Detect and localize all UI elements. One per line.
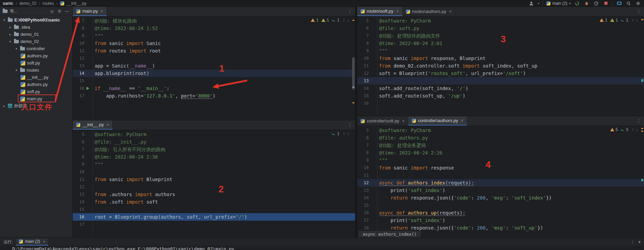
code-line[interactable]: 13 bbox=[357, 77, 644, 85]
chevron-down-icon[interactable]: ▾ bbox=[2, 18, 6, 22]
code-line[interactable]: 16root = Blueprint.group(authors, soft, … bbox=[73, 213, 355, 221]
tool-settings-icon[interactable]: ⚙ bbox=[57, 9, 62, 14]
chevron-right-icon[interactable]: ▸ bbox=[2, 104, 6, 108]
code-line[interactable]: 14from .soft import soft bbox=[73, 198, 355, 206]
code-line[interactable]: 17 print('soft_index') bbox=[357, 217, 644, 224]
scrollbar[interactable] bbox=[352, 16, 355, 120]
code-line[interactable]: 5@software: PyCharm bbox=[357, 127, 644, 134]
code-editor-routes-soft[interactable]: 5@software: PyCharm6@file: soft.py7@功能: … bbox=[357, 17, 644, 107]
prev-problem-icon[interactable]: ↑ bbox=[343, 18, 345, 23]
next-problem-icon[interactable]: ↓ bbox=[347, 18, 349, 23]
run-tab-main[interactable]: main (2) × bbox=[16, 238, 48, 246]
code-line[interactable]: 15 bbox=[357, 202, 644, 209]
code-line[interactable]: 10from sanic import Sanic bbox=[73, 40, 355, 47]
chevron-down-icon[interactable]: ▾ bbox=[14, 47, 18, 50]
scrollbar[interactable] bbox=[641, 16, 644, 116]
inspections-widget[interactable]: 1 1 1 ↑ ↓ bbox=[600, 18, 638, 23]
chevron-down-icon[interactable]: ▾ bbox=[14, 68, 18, 72]
code-line[interactable]: 12 bbox=[73, 55, 355, 62]
code-line[interactable]: 17 app.run(host='127.0.0.1', port='8000'… bbox=[73, 92, 355, 100]
search-everywhere-button[interactable] bbox=[626, 0, 632, 6]
tree-item-controller-authors-py[interactable]: authors.py bbox=[0, 52, 72, 59]
code-line[interactable]: 8@time: 2022-08-24 2:01 bbox=[357, 40, 644, 47]
breadcrumb-folder[interactable]: routes bbox=[43, 1, 54, 6]
chevron-down-icon[interactable]: ▾ bbox=[538, 2, 540, 5]
code-line[interactable]: 11 bbox=[357, 172, 644, 179]
code-line[interactable]: 9""" bbox=[73, 161, 355, 168]
code-line[interactable]: 14 return response.json({'code': 200, 'm… bbox=[357, 194, 644, 202]
code-area-controller-authors[interactable]: 5@software: PyCharm6@file: authors.py7@功… bbox=[357, 126, 644, 237]
breadcrumb-folder[interactable]: demo_02 bbox=[19, 1, 37, 6]
tab-close-icon[interactable]: × bbox=[449, 9, 452, 14]
prev-problem-icon[interactable]: ↑ bbox=[632, 18, 634, 23]
tab-close-icon[interactable]: × bbox=[107, 122, 109, 127]
next-problem-icon[interactable]: ↓ bbox=[636, 18, 638, 23]
tab-close-icon[interactable]: × bbox=[396, 9, 399, 14]
prev-problem-icon[interactable]: ↑ bbox=[343, 131, 345, 136]
code-line[interactable]: 12 bbox=[73, 183, 355, 191]
code-line[interactable]: 16async def authors_up(requets): bbox=[357, 209, 644, 217]
code-line[interactable]: 6@file: authors.py bbox=[357, 134, 644, 142]
tree-item-idea[interactable]: ▸ .idea bbox=[0, 24, 72, 31]
code-line[interactable]: 9""" bbox=[73, 32, 355, 40]
locate-file-icon[interactable]: ◎ bbox=[49, 9, 55, 14]
editor-tab-routes-authors-py[interactable]: routes\authors.py × bbox=[403, 7, 456, 16]
code-line[interactable]: 13app = Sanic(__name__) bbox=[73, 62, 355, 70]
code-line[interactable]: 11from demo_02.controller.soft import so… bbox=[357, 62, 644, 70]
run-line-icon[interactable] bbox=[86, 87, 89, 90]
code-line[interactable]: 16if __name__ == '__main__': bbox=[73, 85, 355, 92]
code-line[interactable]: 15 bbox=[73, 206, 355, 213]
code-line[interactable]: 16 bbox=[357, 100, 644, 107]
code-line[interactable]: 10from sanic import response bbox=[357, 164, 644, 172]
code-area-routes-soft[interactable]: 5@software: PyCharm6@file: soft.py7@功能: … bbox=[357, 16, 644, 116]
code-line[interactable]: 10from sanic import response, Blueprint bbox=[357, 55, 644, 62]
code-line[interactable]: 9""" bbox=[357, 47, 644, 55]
collaborate-user-icon[interactable] bbox=[528, 0, 534, 6]
tab-close-icon[interactable]: × bbox=[101, 9, 103, 14]
code-line[interactable]: 13 print('soft_index') bbox=[357, 187, 644, 194]
code-line[interactable]: 7@功能: 处理业务逻辑 bbox=[357, 142, 644, 149]
editor-tab-routes-soft-py[interactable]: routes\soft.py × bbox=[357, 7, 403, 16]
tree-item-main-py[interactable]: main.py bbox=[0, 95, 72, 102]
code-line[interactable]: 8@time: 2022-08-24 2:36 bbox=[73, 153, 355, 161]
stop-button[interactable] bbox=[603, 0, 609, 6]
editor-tab-init-py[interactable]: __init__.py × bbox=[73, 120, 113, 130]
inspections-widget[interactable]: 1 ↑ ↓ bbox=[332, 131, 349, 136]
screen-share-button[interactable] bbox=[616, 0, 622, 6]
code-line[interactable]: 15 bbox=[73, 77, 355, 85]
debug-button[interactable] bbox=[584, 0, 590, 6]
project-tab-label[interactable]: 项... bbox=[10, 8, 17, 14]
code-line[interactable]: 12async def authors_index(requets): bbox=[357, 179, 644, 187]
code-line[interactable]: 12soft = Blueprint('routes_soft', url_pr… bbox=[357, 70, 644, 77]
tree-item-routes[interactable]: ▾ routes bbox=[0, 67, 72, 74]
code-line[interactable]: 8@time: 2022-08-24 1:52 bbox=[73, 25, 355, 32]
code-line[interactable]: 14app.blueprint(root) bbox=[73, 70, 355, 77]
scrollbar[interactable] bbox=[352, 130, 355, 237]
code-line[interactable]: 15soft.add_route(soft_up, '/up') bbox=[357, 92, 644, 100]
code-editor-controller-authors[interactable]: 5@software: PyCharm6@file: authors.py7@功… bbox=[357, 127, 644, 232]
tab-options-icon[interactable]: ⋮ bbox=[348, 122, 352, 128]
code-line[interactable]: 18 return response.json({'code': 200, 'm… bbox=[357, 224, 644, 232]
code-line[interactable]: 11from routes import root bbox=[73, 47, 355, 55]
code-line[interactable]: 6@file: soft.py bbox=[357, 25, 644, 32]
next-problem-icon[interactable]: ↓ bbox=[347, 131, 349, 136]
code-line[interactable]: 11from sanic import Blueprint bbox=[73, 176, 355, 183]
editor-tab-controller-authors-py[interactable]: controller\authors.py × bbox=[408, 116, 467, 126]
breadcrumb-project[interactable]: sanic bbox=[3, 1, 13, 6]
code-line[interactable]: 13from .authors import authors bbox=[73, 191, 355, 198]
code-line[interactable]: 17 bbox=[73, 221, 355, 228]
scrollbar-thumb[interactable] bbox=[352, 57, 355, 90]
inspections-widget[interactable]: 1 1 1 ↑ ↓ bbox=[311, 18, 349, 23]
run-console[interactable]: D:\ProgramData\Anaconda3\envs\sanic\pyth… bbox=[0, 246, 644, 250]
code-line[interactable]: 10 bbox=[73, 168, 355, 176]
code-area-main[interactable]: 7@功能: 模块化路由8@time: 2022-08-24 1:529"""10… bbox=[73, 16, 355, 120]
rerun-button[interactable] bbox=[574, 0, 580, 6]
tab-close-icon[interactable]: × bbox=[402, 118, 405, 123]
tree-item-routes-soft-py[interactable]: soft.py bbox=[0, 88, 72, 95]
tab-close-icon[interactable]: × bbox=[461, 118, 464, 123]
next-problem-icon[interactable]: ↓ bbox=[636, 127, 638, 132]
code-line[interactable]: 6@file: __init__.py bbox=[73, 138, 355, 146]
code-editor-init[interactable]: 5@software: PyCharm6@file: __init__.py7@… bbox=[73, 131, 355, 228]
chevron-right-icon[interactable]: ▸ bbox=[8, 32, 12, 36]
hide-tool-icon[interactable]: — bbox=[64, 9, 70, 14]
